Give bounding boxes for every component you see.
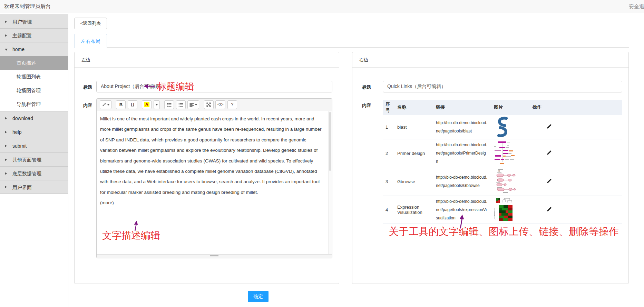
fullscreen-icon xyxy=(206,102,211,107)
annotation-arrow-left-icon xyxy=(144,84,156,89)
row-index-cell: 4 xyxy=(383,206,394,214)
row-action-cell xyxy=(530,177,622,186)
sidebar-item-label: 底层数据管理 xyxy=(12,171,41,176)
scrollbar-thumb[interactable] xyxy=(329,112,331,171)
editor-more-text: (more) xyxy=(100,198,322,208)
table-row: 4Expression Visualizationhttp://bio-db-d… xyxy=(383,196,622,224)
edit-pencil-icon[interactable] xyxy=(546,123,552,129)
annotation-arrow-up-right-icon xyxy=(457,215,466,229)
sidebar-nav: 用户管理主题配置home首页描述轮播图列表轮播图管理导航栏管理downloadh… xyxy=(0,13,68,307)
help-button[interactable]: ? xyxy=(227,100,237,109)
paragraph-align-button[interactable] xyxy=(187,100,199,109)
ordered-list-button[interactable] xyxy=(176,100,186,109)
left-content-label: 内容 xyxy=(83,102,92,109)
edit-pencil-icon[interactable] xyxy=(546,178,552,184)
sidebar-item-label: 轮播图管理 xyxy=(17,88,41,93)
fullscreen-button[interactable] xyxy=(204,100,214,109)
bold-button[interactable]: B xyxy=(116,100,126,109)
sidebar-item-底层数据管理[interactable]: 底层数据管理 xyxy=(0,166,68,180)
tool-link-cell: http://bio-db-demo.biocloud.net/page/too… xyxy=(433,172,491,191)
sidebar-item-首页描述[interactable]: 首页描述 xyxy=(0,56,68,70)
sidebar-item-用户管理[interactable]: 用户管理 xyxy=(0,14,68,28)
sidebar-item-用户界面[interactable]: 用户界面 xyxy=(0,180,68,194)
sidebar-item-其他页面管理[interactable]: 其他页面管理 xyxy=(0,152,68,166)
bold-icon: B xyxy=(119,102,123,107)
table-header-cell: 序号 xyxy=(383,100,394,115)
unordered-list-button[interactable] xyxy=(164,100,174,109)
edit-pencil-icon[interactable] xyxy=(546,150,552,156)
tool-name-cell: blast xyxy=(394,123,433,131)
chevron-right-icon xyxy=(5,34,7,37)
sidebar-item-home[interactable]: home xyxy=(0,42,68,56)
editor-paragraph: Millet is one of the most important and … xyxy=(100,114,322,198)
sidebar-item-label: 导航栏管理 xyxy=(17,101,41,107)
sidebar-item-label: 用户界面 xyxy=(12,185,32,190)
confirm-button[interactable]: 确定 xyxy=(248,291,269,302)
font-color-button[interactable]: A xyxy=(142,100,152,109)
edit-pencil-icon[interactable] xyxy=(546,206,552,212)
left-card-header: 左边 xyxy=(75,52,339,68)
font-color-icon: A xyxy=(144,102,149,107)
blast-logo xyxy=(494,116,510,138)
sidebar-item-label: 主题配置 xyxy=(12,33,32,38)
chevron-right-icon xyxy=(5,20,7,23)
table-header-row: 序号名称链接图片操作 xyxy=(383,100,622,115)
sidebar-item-主题配置[interactable]: 主题配置 xyxy=(0,28,68,42)
font-color-dropdown[interactable] xyxy=(154,100,160,109)
editor-scrollbar[interactable] xyxy=(328,111,332,254)
topbar: 欢迎来到管理员后台 安全退出 xyxy=(0,0,644,13)
chevron-down-icon xyxy=(156,104,158,106)
annotation-arrow-up-left-icon xyxy=(132,221,139,232)
quick-links-table: 序号名称链接图片操作1blasthttp://bio-db-demo.biocl… xyxy=(383,100,622,224)
logout-link[interactable]: 安全退出 xyxy=(629,3,644,10)
table-header-cell: 图片 xyxy=(491,103,530,112)
right-title-input[interactable] xyxy=(383,81,622,92)
tool-name-cell: Expression Visualization xyxy=(394,203,433,216)
primer-design-image xyxy=(494,141,515,166)
editor-resize-bar[interactable] xyxy=(97,254,332,258)
sidebar-item-label: 其他页面管理 xyxy=(12,157,41,162)
chevron-right-icon xyxy=(5,186,7,188)
left-title-label: 标题 xyxy=(83,84,92,90)
table-header-cell: 操作 xyxy=(530,103,622,112)
table-row: 2Primer designhttp://bio-db-demo.bioclou… xyxy=(383,139,622,167)
row-action-cell xyxy=(530,122,622,132)
tool-image-cell xyxy=(491,167,530,196)
chevron-right-icon xyxy=(5,145,7,147)
style-magic-button[interactable] xyxy=(100,100,111,109)
back-to-list-button[interactable]: <返回列表 xyxy=(74,18,107,29)
resize-grip-icon xyxy=(210,255,218,257)
numbered-list-icon xyxy=(178,103,183,107)
sidebar-item-轮播图管理[interactable]: 轮播图管理 xyxy=(0,83,68,97)
sidebar-item-download[interactable]: download xyxy=(0,111,68,125)
sidebar-item-导航栏管理[interactable]: 导航栏管理 xyxy=(0,97,68,111)
table-row: 1blasthttp://bio-db-demo.biocloud.net/pa… xyxy=(383,115,622,139)
tool-name-cell: Gbrowse xyxy=(394,178,433,186)
chevron-down-icon xyxy=(195,104,197,106)
left-title-input[interactable] xyxy=(96,81,332,92)
sidebar-item-轮播图列表[interactable]: 轮播图列表 xyxy=(0,70,68,83)
tool-link-cell: http://bio-db-demo.biocloud.net/page/too… xyxy=(433,139,491,167)
editor-toolbar: B U A xyxy=(97,99,332,111)
tabs-divider xyxy=(74,47,629,48)
annotation-tools-edit: 关于工具的文字编辑、图标上传、链接、删除等操作 xyxy=(389,225,619,239)
sidebar-item-help[interactable]: help xyxy=(0,125,68,139)
code-view-button[interactable]: </> xyxy=(215,100,225,109)
sidebar-item-label: 用户管理 xyxy=(12,19,32,24)
right-title-label: 标题 xyxy=(362,84,371,90)
sidebar-item-submit[interactable]: submit xyxy=(0,139,68,152)
chevron-right-icon xyxy=(5,131,7,133)
magic-wand-icon xyxy=(102,102,106,107)
chevron-right-icon xyxy=(5,172,7,175)
annotation-title-edit: 标题编辑 xyxy=(157,80,194,93)
sidebar-item-label: home xyxy=(12,47,25,52)
table-header-cell: 链接 xyxy=(433,103,491,112)
underline-button[interactable]: U xyxy=(128,100,137,109)
tool-image-cell xyxy=(491,196,530,223)
left-section-card: 左边 标题 内容 B U xyxy=(74,52,339,284)
chevron-down-icon xyxy=(5,49,8,51)
tab-left-right-layout[interactable]: 左右布局 xyxy=(74,34,107,48)
row-index-cell: 2 xyxy=(383,149,394,157)
sidebar-item-label: help xyxy=(12,129,21,135)
chevron-right-icon xyxy=(5,158,7,161)
